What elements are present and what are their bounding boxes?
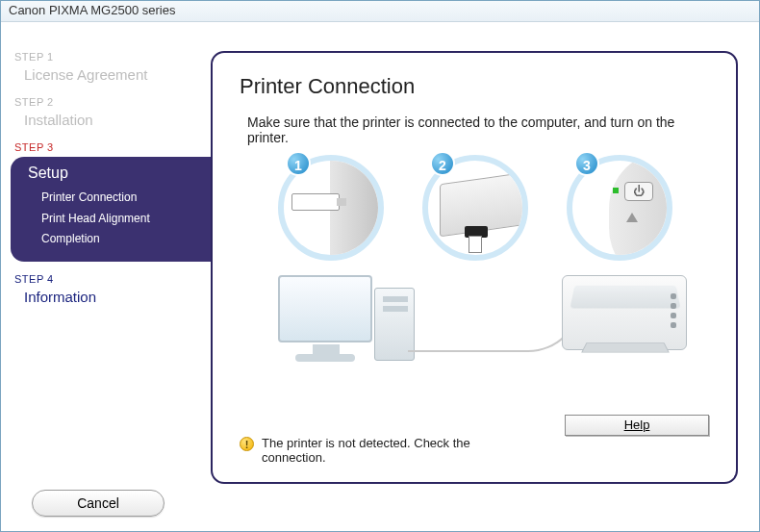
warning-icon: ! (240, 437, 254, 451)
power-button-icon: ⏻ (624, 182, 653, 201)
step-4: STEP 4 Information (14, 273, 207, 305)
window-titlebar: Canon PIXMA MG2500 series (1, 1, 759, 22)
step-1-title: License Agreement (14, 66, 207, 83)
step-1-label: STEP 1 (14, 51, 207, 63)
window-title: Canon PIXMA MG2500 series (9, 3, 175, 17)
step-2-label: STEP 2 (14, 96, 207, 108)
badge-2: 2 (430, 151, 455, 176)
badge-1: 1 (286, 151, 311, 176)
instruction-text: Make sure that the printer is connected … (240, 114, 709, 145)
step-3-block: Setup Printer Connection Print Head Alig… (11, 157, 211, 262)
step-2: STEP 2 Installation (14, 96, 207, 128)
monitor-icon (278, 275, 372, 342)
bottom-bar: Cancel (1, 484, 759, 530)
step-4-title: Information (14, 289, 207, 305)
cable-icon (408, 299, 581, 352)
wizard-sidebar: STEP 1 License Agreement STEP 2 Installa… (14, 51, 207, 318)
power-led-icon (613, 188, 619, 193)
step-3: STEP 3 Setup Printer Connection Print He… (14, 141, 207, 262)
step-3-sub-completion: Completion (28, 229, 211, 250)
usb-plug-icon (469, 236, 482, 253)
connection-illustration: 1 2 ⏻ 3 (240, 155, 711, 362)
usb-plug-icon (291, 193, 340, 211)
step-4-label: STEP 4 (14, 273, 207, 285)
help-button-label: Help (624, 418, 650, 432)
alert-led-icon (626, 213, 638, 222)
cancel-button[interactable]: Cancel (32, 490, 165, 517)
warning-text: The printer is not detected. Check the c… (262, 436, 499, 465)
step-3-title: Setup (28, 165, 211, 182)
printer-icon (562, 275, 687, 350)
cancel-button-label: Cancel (77, 495, 119, 511)
content-area: STEP 1 License Agreement STEP 2 Installa… (1, 22, 759, 484)
page-heading: Printer Connection (240, 74, 709, 99)
help-button[interactable]: Help (565, 415, 709, 436)
step-1: STEP 1 License Agreement (14, 51, 207, 83)
step-2-title: Installation (14, 112, 207, 128)
main-panel: Printer Connection Make sure that the pr… (211, 51, 738, 484)
step-3-sub-printer-connection: Printer Connection (28, 188, 211, 209)
step-3-sub-print-head-alignment: Print Head Alignment (28, 209, 211, 230)
step-3-label: STEP 3 (14, 141, 207, 153)
warning-row: ! The printer is not detected. Check the… (240, 436, 499, 465)
badge-3: 3 (574, 151, 599, 176)
